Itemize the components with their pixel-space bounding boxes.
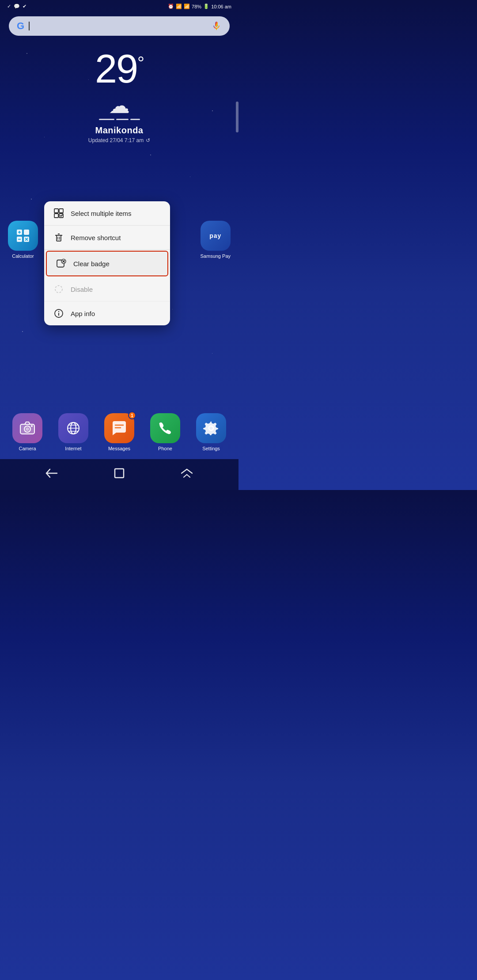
- battery-icon: 🔋: [203, 4, 209, 9]
- internet-icon-img: [58, 413, 88, 443]
- battery-percent: 78%: [192, 4, 201, 9]
- svg-rect-10: [59, 209, 63, 213]
- svg-rect-11: [54, 214, 58, 218]
- bottom-navigation: [0, 459, 238, 490]
- menu-item-remove-shortcut[interactable]: Remove shortcut: [44, 226, 170, 250]
- calculator-svg: [15, 228, 31, 244]
- svg-rect-13: [57, 235, 61, 241]
- location-name: Manikonda: [0, 125, 238, 136]
- app-settings[interactable]: Settings: [196, 413, 226, 451]
- weather-widget: 29° ☁ Manikonda Updated 27/04 7:17 am ↺: [0, 49, 238, 143]
- context-menu: Select multiple items Remove shortcut Cl…: [44, 201, 170, 325]
- recents-button[interactable]: [181, 468, 193, 481]
- check-icon: ✓: [7, 4, 11, 9]
- menu-label-app-info: App info: [71, 310, 95, 317]
- messages-badge: 1: [128, 411, 136, 419]
- menu-item-select-multiple[interactable]: Select multiple items: [44, 201, 170, 226]
- samsung-pay-label: Samsung Pay: [201, 253, 231, 259]
- menu-item-app-info[interactable]: App info: [44, 302, 170, 325]
- select-multiple-icon: [53, 207, 64, 219]
- camera-icon-img: [12, 413, 42, 443]
- messages-icon-img: 1: [104, 413, 134, 443]
- wifi-icon: 📶: [176, 4, 182, 9]
- menu-item-clear-badge[interactable]: Clear badge: [46, 251, 168, 276]
- calculator-icon-img: [8, 221, 38, 251]
- menu-label-disable: Disable: [71, 286, 93, 293]
- check-circle-icon: ✔: [23, 4, 26, 9]
- camera-svg: [19, 421, 35, 435]
- microphone-icon[interactable]: [211, 21, 222, 31]
- menu-item-disable[interactable]: Disable: [44, 277, 170, 302]
- phone-icon-img: [150, 413, 180, 443]
- app-internet[interactable]: Internet: [58, 413, 88, 451]
- camera-label: Camera: [19, 446, 36, 451]
- svg-rect-40: [115, 469, 124, 478]
- app-phone[interactable]: Phone: [150, 413, 180, 451]
- home-button[interactable]: [114, 468, 125, 481]
- calculator-label: Calculator: [12, 253, 34, 259]
- svg-rect-1: [24, 230, 29, 235]
- back-arrow-icon: [45, 468, 58, 478]
- dock-apps-row: Camera Internet 1 Messages: [0, 413, 238, 451]
- status-bar: ✓ 💬 ✔ ⏰ 📶 📶 78% 🔋 10:06 am: [0, 0, 238, 11]
- search-cursor: [29, 22, 30, 30]
- weather-updated: Updated 27/04 7:17 am ↺: [0, 137, 238, 143]
- internet-svg: [65, 420, 81, 436]
- signal-icon: 📶: [184, 4, 190, 9]
- app-calculator[interactable]: Calculator: [8, 221, 38, 259]
- menu-label-remove-shortcut: Remove shortcut: [71, 234, 121, 241]
- svg-line-42: [187, 475, 190, 477]
- app-samsung-pay[interactable]: pay Samsung Pay: [201, 221, 231, 259]
- svg-point-30: [31, 425, 33, 427]
- info-circle-icon: [53, 308, 64, 319]
- status-left-icons: ✓ 💬 ✔: [7, 4, 26, 9]
- circle-dashed-icon: [53, 283, 64, 295]
- menu-label-clear-badge: Clear badge: [73, 260, 110, 268]
- settings-label: Settings: [202, 446, 220, 451]
- internet-label: Internet: [65, 446, 81, 451]
- messages-svg: [111, 420, 128, 436]
- menu-label-select-multiple: Select multiple items: [71, 210, 132, 217]
- google-logo: G: [17, 21, 24, 31]
- recents-icon: [181, 468, 193, 478]
- settings-icon-img: [196, 413, 226, 443]
- app-camera[interactable]: Camera: [12, 413, 42, 451]
- svg-line-41: [184, 475, 187, 477]
- time-display: 10:06 am: [211, 4, 231, 9]
- app-messages[interactable]: 1 Messages: [104, 413, 134, 451]
- svg-point-22: [55, 286, 62, 293]
- samsung-pay-icon-img: pay: [201, 221, 231, 251]
- trash-icon: [53, 232, 64, 243]
- svg-rect-9: [54, 209, 58, 213]
- message-icon: 💬: [14, 4, 20, 9]
- weather-icon: ☁: [0, 93, 238, 120]
- svg-point-25: [58, 311, 59, 312]
- search-bar[interactable]: G: [9, 16, 230, 36]
- back-button[interactable]: [45, 468, 58, 481]
- status-right-info: ⏰ 📶 📶 78% 🔋 10:06 am: [168, 4, 231, 9]
- phone-svg: [158, 421, 173, 436]
- temperature-display: 29°: [0, 49, 238, 89]
- settings-svg: [203, 420, 219, 436]
- home-square-icon: [114, 468, 125, 479]
- messages-label: Messages: [108, 446, 130, 451]
- phone-label: Phone: [158, 446, 172, 451]
- svg-point-29: [26, 427, 29, 431]
- badge-icon: [56, 258, 67, 269]
- alarm-icon: ⏰: [168, 4, 174, 9]
- refresh-icon[interactable]: ↺: [146, 137, 150, 143]
